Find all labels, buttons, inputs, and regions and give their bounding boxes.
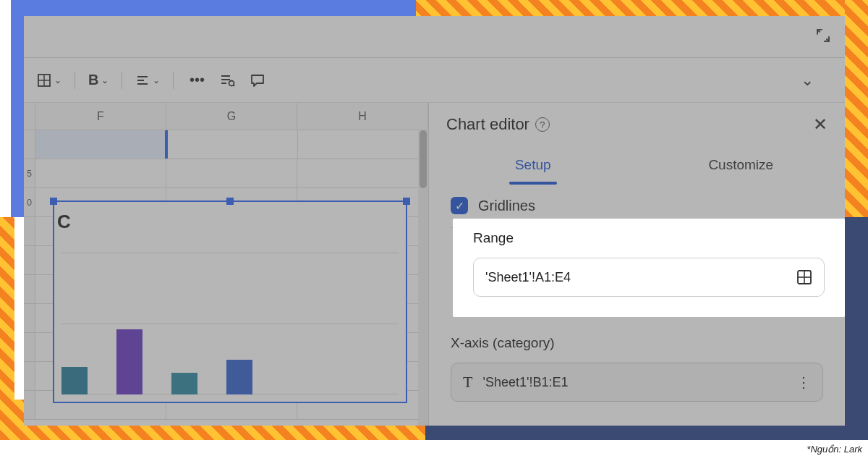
vertical-scrollbar[interactable] xyxy=(418,129,428,426)
frame-dark-right xyxy=(845,217,868,440)
editor-tabs: Setup Customize xyxy=(429,146,845,184)
tab-customize[interactable]: Customize xyxy=(637,146,846,183)
find-button[interactable] xyxy=(214,67,240,93)
spreadsheet[interactable]: F G H 5 0 C xyxy=(24,103,429,426)
chart-bar xyxy=(226,360,252,394)
bold-button[interactable]: B ⌄ xyxy=(85,67,111,93)
gridlines-label: Gridlines xyxy=(478,198,535,214)
chevron-down-icon: ⌄ xyxy=(153,75,160,85)
chart-body xyxy=(61,253,399,394)
toolbar-divider xyxy=(173,72,174,89)
grid-select-icon[interactable] xyxy=(796,269,812,285)
close-icon[interactable]: ✕ xyxy=(813,114,827,135)
xaxis-field[interactable]: T 'Sheet1'!B1:E1 ⋮ xyxy=(451,363,823,402)
comment-button[interactable] xyxy=(244,67,271,93)
text-type-icon: T xyxy=(463,373,472,392)
range-value: 'Sheet1'!A1:E4 xyxy=(485,270,571,285)
column-header[interactable]: G xyxy=(166,103,297,130)
tab-setup[interactable]: Setup xyxy=(429,146,637,183)
toolbar-divider xyxy=(75,72,75,89)
range-section-highlight: Range 'Sheet1'!A1:E4 xyxy=(453,219,845,317)
frame-stripe-right xyxy=(845,0,868,239)
column-header[interactable]: H xyxy=(297,103,428,130)
expand-icon[interactable] xyxy=(816,28,830,46)
checkbox-checked-icon: ✓ xyxy=(451,197,468,214)
xaxis-label: X-axis (category) xyxy=(451,335,823,351)
frame-dark-bottom xyxy=(425,424,868,440)
frame-blue-top xyxy=(11,0,416,16)
attribution-text: *Nguồn: Lark xyxy=(807,444,862,455)
toolbar: ⌄ B ⌄ ⌄ ••• ⌄ xyxy=(24,58,845,103)
more-icon[interactable]: ⋮ xyxy=(796,373,811,391)
chart-object[interactable]: C xyxy=(53,200,407,403)
toolbar-divider xyxy=(122,72,122,89)
chart-title: C xyxy=(54,202,406,233)
gridlines-checkbox[interactable]: ✓ Gridlines xyxy=(451,197,823,214)
resize-handle[interactable] xyxy=(403,198,410,205)
frame-blue-left xyxy=(11,0,24,217)
svg-line-10 xyxy=(234,85,235,86)
xaxis-value: 'Sheet1'!B1:E1 xyxy=(482,375,568,390)
more-button[interactable]: ••• xyxy=(184,67,210,93)
panel-title: Chart editor ? xyxy=(446,115,550,134)
resize-handle[interactable] xyxy=(50,198,57,205)
column-header[interactable]: F xyxy=(35,103,166,130)
app-surface: ⌄ B ⌄ ⌄ ••• ⌄ F G H xyxy=(24,16,845,426)
chart-bar xyxy=(171,373,197,394)
range-label: Range xyxy=(473,230,825,246)
frame-stripe-left xyxy=(0,217,14,440)
chart-bar xyxy=(116,329,142,394)
range-input[interactable]: 'Sheet1'!A1:E4 xyxy=(473,258,825,297)
chevron-down-icon: ⌄ xyxy=(101,75,109,85)
resize-handle[interactable] xyxy=(226,198,234,205)
chevron-down-icon: ⌄ xyxy=(54,75,61,85)
column-headers: F G H xyxy=(24,103,428,130)
borders-button[interactable]: ⌄ xyxy=(34,67,64,93)
titlebar xyxy=(24,16,845,58)
align-button[interactable]: ⌄ xyxy=(132,67,163,93)
chart-bar xyxy=(61,367,88,394)
scrollbar-thumb[interactable] xyxy=(420,130,427,188)
svg-point-9 xyxy=(229,80,234,85)
help-icon[interactable]: ? xyxy=(535,117,550,132)
collapse-button[interactable]: ⌄ xyxy=(794,67,820,93)
